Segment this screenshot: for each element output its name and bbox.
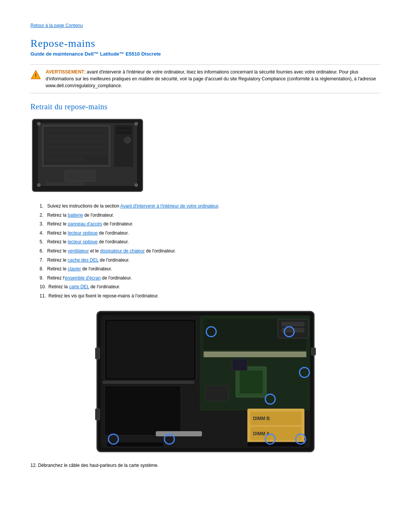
svg-rect-37 — [156, 431, 202, 436]
svg-rect-39 — [232, 359, 247, 371]
warning-icon: ! — [30, 69, 41, 80]
step-5-link[interactable]: lecteur optique — [68, 239, 98, 244]
step-7-link[interactable]: cache des DEL — [68, 257, 99, 263]
step-1: 1. Suivez les instructions de la section… — [30, 202, 381, 211]
step-1-link[interactable]: Avant d'intervenir à l'intérieur de votr… — [120, 203, 218, 209]
step-4-link[interactable]: lecteur optique — [68, 230, 98, 236]
step-2: 2. Retirez la batterie de l'ordinateur. — [30, 211, 381, 220]
svg-rect-41 — [282, 322, 304, 326]
step-8: 8. Retirez le clavier de l'ordinateur. — [30, 265, 381, 273]
step-10-link[interactable]: carte DEL — [69, 284, 89, 289]
step-10: 10. Retirez la carte DEL de l'ordinateur… — [30, 283, 381, 291]
step-6: 6. Retirez le ventilateur et le dissipat… — [30, 247, 381, 256]
svg-rect-12 — [65, 171, 95, 181]
svg-rect-53 — [95, 348, 100, 359]
svg-rect-10 — [45, 151, 107, 155]
section-title-retrait: Retrait du repose-mains — [30, 102, 381, 111]
step-3: 3. Retirez le panneau d'accès de l'ordin… — [30, 220, 381, 228]
warning-text: AVERTISSEMENT: avant d'intervenir à l'in… — [46, 69, 381, 89]
step-8-link[interactable]: clavier — [68, 266, 81, 272]
step-2-link[interactable]: batterie — [68, 212, 83, 218]
step-12: 12. Débranchez le câble des haut-parleur… — [30, 462, 381, 469]
svg-rect-6 — [45, 128, 107, 133]
svg-rect-55 — [311, 348, 316, 355]
warning-label: AVERTISSEMENT — [46, 69, 84, 75]
step-6-link-dissipateur[interactable]: dissipateur de chaleur — [100, 248, 145, 254]
svg-point-19 — [37, 184, 40, 187]
laptop-bottom-image: DIMM B DIMM A — [30, 310, 381, 454]
svg-point-18 — [135, 122, 138, 125]
svg-rect-14 — [116, 127, 131, 130]
svg-rect-44 — [247, 442, 304, 447]
svg-rect-9 — [45, 145, 107, 150]
svg-rect-8 — [45, 139, 107, 144]
step-9-link[interactable]: ensemble d'écran — [65, 275, 100, 281]
page-title: Repose-mains — [30, 37, 381, 50]
step-9: 9. Retirez l'ensemble d'écran de l'ordin… — [30, 274, 381, 283]
guide-subtitle: Guide de maintenance Dell™ Latitude™ E55… — [30, 51, 381, 57]
step-3-link[interactable]: panneau d'accès — [68, 221, 102, 227]
svg-rect-38 — [206, 386, 228, 401]
svg-rect-7 — [45, 134, 107, 138]
svg-point-16 — [124, 137, 131, 143]
warning-box: ! AVERTISSEMENT: avant d'intervenir à l'… — [30, 64, 381, 93]
back-link[interactable]: Retour à la page Contenu — [30, 23, 381, 28]
laptop-top-image — [30, 117, 381, 195]
svg-rect-15 — [116, 131, 131, 134]
step-5: 5. Retirez le lecteur optique de l'ordin… — [30, 238, 381, 246]
svg-rect-56 — [103, 381, 194, 383]
svg-rect-31 — [204, 351, 306, 357]
step-4: 4. Retirez le lecteur optique de l'ordin… — [30, 229, 381, 238]
svg-rect-11 — [45, 157, 83, 161]
svg-rect-26 — [105, 386, 181, 435]
svg-rect-54 — [95, 409, 100, 420]
steps-list: 1. Suivez les instructions de la section… — [30, 202, 381, 300]
step-6-link-ventilateur[interactable]: ventilateur — [68, 248, 89, 254]
svg-point-20 — [135, 184, 138, 187]
svg-text:DIMM  B: DIMM B — [253, 416, 270, 421]
svg-rect-21 — [46, 182, 84, 186]
svg-point-17 — [37, 122, 40, 125]
svg-rect-25 — [107, 321, 194, 378]
svg-rect-43 — [107, 442, 164, 447]
svg-text:!: ! — [35, 72, 37, 78]
step-7: 7. Retirez le cache des DEL de l'ordinat… — [30, 256, 381, 265]
step-11: 11. Retirez les vis qui fixent le repose… — [30, 292, 381, 300]
svg-rect-30 — [240, 371, 263, 393]
